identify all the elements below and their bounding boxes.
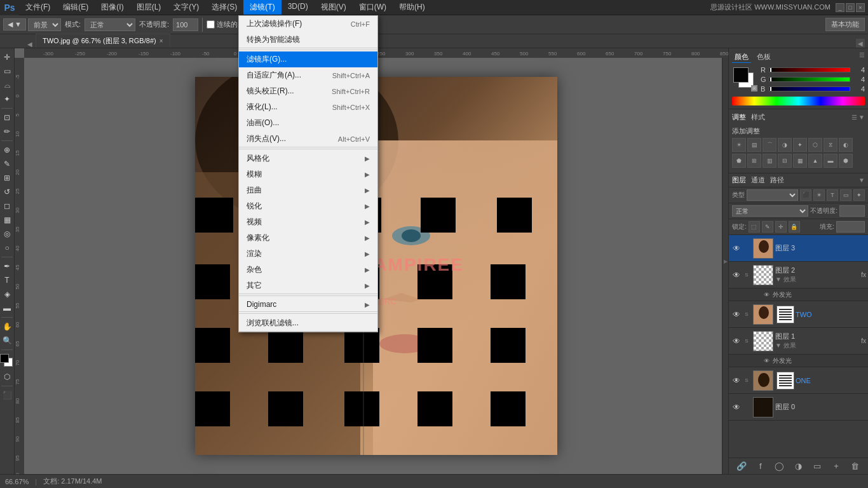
filter-video[interactable]: 视频 ▶	[239, 214, 377, 230]
filter-video-arrow: ▶	[365, 219, 370, 226]
filter-sharpen-arrow: ▶	[365, 203, 370, 210]
menu-sep-4	[239, 313, 377, 314]
filter-last-filter[interactable]: 上次滤镜操作(F) Ctrl+F	[239, 16, 377, 32]
filter-dropdown-menu[interactable]: 上次滤镜操作(F) Ctrl+F 转换为智能滤镜 滤镜库(G)... 自适应广角…	[238, 15, 378, 332]
filter-blur[interactable]: 模糊 ▶	[239, 166, 377, 182]
filter-render[interactable]: 渲染 ▶	[239, 246, 377, 262]
filter-noise-label: 杂色	[247, 264, 262, 275]
filter-blur-arrow: ▶	[365, 171, 370, 178]
filter-convert-smart[interactable]: 转换为智能滤镜	[239, 32, 377, 48]
filter-menu-overlay[interactable]: 上次滤镜操作(F) Ctrl+F 转换为智能滤镜 滤镜库(G)... 自适应广角…	[0, 0, 868, 488]
filter-lens-correction-shortcut: Shift+Ctrl+R	[319, 88, 370, 95]
menu-sep-1	[239, 50, 377, 50]
filter-noise-arrow: ▶	[365, 266, 370, 273]
filter-distort[interactable]: 扭曲 ▶	[239, 182, 377, 198]
filter-menu-section-4: Digimarc ▶	[239, 297, 377, 312]
filter-pixelate-arrow: ▶	[365, 234, 370, 241]
filter-browse-online-label: 浏览联机滤镜...	[247, 318, 299, 329]
filter-blur-label: 模糊	[247, 169, 262, 180]
filter-distort-label: 扭曲	[247, 185, 262, 196]
filter-render-label: 渲染	[247, 248, 262, 259]
filter-digimarc-arrow: ▶	[365, 301, 370, 308]
filter-adaptive-wide[interactable]: 自适应广角(A)... Shift+Ctrl+A	[239, 67, 377, 83]
filter-sharpen[interactable]: 锐化 ▶	[239, 198, 377, 214]
filter-digimarc-label: Digimarc	[247, 300, 276, 309]
filter-last-filter-label: 上次滤镜操作(F)	[247, 18, 302, 29]
filter-gallery-label: 滤镜库(G)...	[247, 54, 287, 65]
filter-render-arrow: ▶	[365, 250, 370, 257]
filter-other-arrow: ▶	[365, 282, 370, 289]
filter-liquify[interactable]: 液化(L)... Shift+Ctrl+X	[239, 99, 377, 115]
filter-menu-section-2: 滤镜库(G)... 自适应广角(A)... Shift+Ctrl+A 镜头校正(…	[239, 51, 377, 147]
menu-sep-3	[239, 295, 377, 296]
filter-liquify-label: 液化(L)...	[247, 102, 278, 112]
filter-vanishing-point-shortcut: Alt+Ctrl+V	[325, 135, 370, 143]
filter-stylize-arrow: ▶	[365, 155, 370, 162]
filter-gallery[interactable]: 滤镜库(G)...	[239, 51, 377, 67]
filter-video-label: 视频	[247, 217, 262, 227]
filter-browse-online[interactable]: 浏览联机滤镜...	[239, 315, 377, 331]
filter-last-filter-shortcut: Ctrl+F	[338, 20, 370, 28]
filter-adaptive-wide-label: 自适应广角(A)...	[247, 70, 301, 81]
filter-digimarc[interactable]: Digimarc ▶	[239, 297, 377, 311]
menu-sep-2	[239, 149, 377, 149]
filter-noise[interactable]: 杂色 ▶	[239, 262, 377, 278]
filter-other[interactable]: 其它 ▶	[239, 278, 377, 294]
filter-pixelate[interactable]: 像素化 ▶	[239, 230, 377, 246]
filter-lens-correction[interactable]: 镜头校正(R)... Shift+Ctrl+R	[239, 83, 377, 99]
filter-convert-smart-label: 转换为智能滤镜	[247, 34, 300, 45]
filter-sharpen-label: 锐化	[247, 201, 262, 212]
filter-oil-paint[interactable]: 油画(O)...	[239, 115, 377, 131]
filter-menu-section-3: 风格化 ▶ 模糊 ▶ 扭曲 ▶ 锐化 ▶ 视频 ▶ 像素化 ▶	[239, 151, 377, 294]
filter-pixelate-label: 像素化	[247, 233, 269, 243]
filter-stylize-label: 风格化	[247, 153, 269, 164]
filter-liquify-shortcut: Shift+Ctrl+X	[320, 104, 370, 111]
filter-stylize[interactable]: 风格化 ▶	[239, 151, 377, 166]
filter-menu-section-5: 浏览联机滤镜...	[239, 315, 377, 332]
filter-vanishing-point-label: 消失点(V)...	[247, 133, 286, 144]
filter-lens-correction-label: 镜头校正(R)...	[247, 86, 294, 97]
filter-menu-section-1: 上次滤镜操作(F) Ctrl+F 转换为智能滤镜	[239, 16, 377, 48]
filter-other-label: 其它	[247, 280, 262, 291]
filter-distort-arrow: ▶	[365, 187, 370, 194]
filter-oil-paint-label: 油画(O)...	[247, 118, 279, 128]
filter-adaptive-wide-shortcut: Shift+Ctrl+A	[320, 72, 370, 79]
filter-vanishing-point[interactable]: 消失点(V)... Alt+Ctrl+V	[239, 131, 377, 147]
